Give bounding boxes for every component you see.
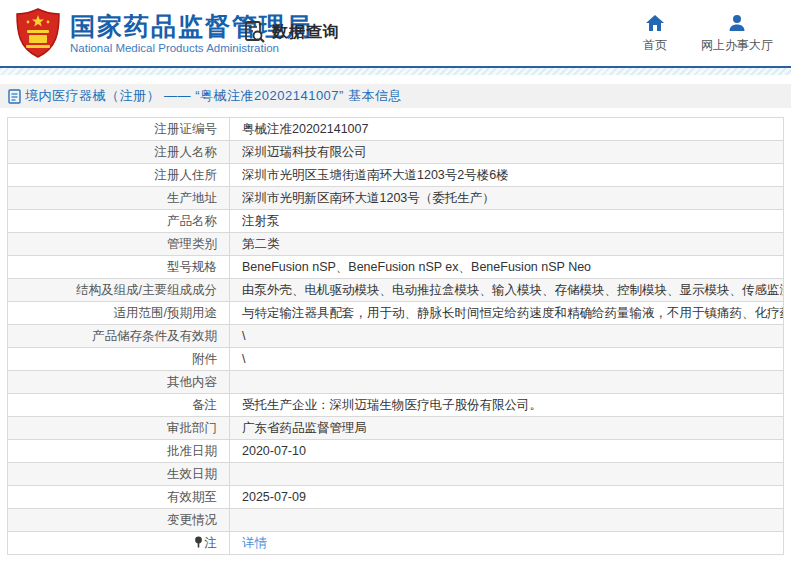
table-row: 注册人名称 深圳迈瑞科技有限公司 (8, 141, 784, 164)
row-value: 2025-07-09 (230, 486, 784, 509)
row-label: 注册人住所 (8, 164, 230, 187)
table-row: 备注 受托生产企业：深圳迈瑞生物医疗电子股份有限公司。 (8, 394, 784, 417)
nav-home-label: 首页 (643, 37, 667, 54)
header-hatch-band (0, 68, 791, 75)
national-emblem-logo (16, 8, 60, 58)
row-value: BeneFusion nSP、BeneFusion nSP ex、BeneFus… (230, 256, 784, 279)
row-label: 适用范围/预期用途 (8, 302, 230, 325)
nav-data-query-label: 数据查询 (272, 22, 340, 43)
row-label: 注 (8, 532, 230, 555)
row-value (230, 371, 784, 394)
row-value: \ (230, 348, 784, 371)
row-label: 备注 (8, 394, 230, 417)
row-label: 结构及组成/主要组成成分 (8, 279, 230, 302)
page: 国家药品监督管理局 National Medical Products Admi… (0, 0, 791, 555)
row-label: 审批部门 (8, 417, 230, 440)
row-value: 受托生产企业：深圳迈瑞生物医疗电子股份有限公司。 (230, 394, 784, 417)
page-title-bar: 境内医疗器械（注册） —— “粤械注准20202141007” 基本信息 (0, 84, 791, 108)
row-value (230, 509, 784, 532)
row-value: 与特定输注器具配套，用于动、静脉长时间恒定给药速度和精确给药量输液，不用于镇痛药… (230, 302, 784, 325)
info-table: 注册证编号 粤械注准20202141007 注册人名称 深圳迈瑞科技有限公司 注… (7, 117, 784, 555)
nav-service-hall[interactable]: 网上办事大厅 (701, 14, 773, 54)
table-row: 适用范围/预期用途 与特定输注器具配套，用于动、静脉长时间恒定给药速度和精确给药… (8, 302, 784, 325)
table-row: 产品储存条件及有效期 \ (8, 325, 784, 348)
site-header: 国家药品监督管理局 National Medical Products Admi… (0, 0, 791, 66)
table-row: 管理类别 第二类 (8, 233, 784, 256)
row-label: 附件 (8, 348, 230, 371)
row-label: 注册人名称 (8, 141, 230, 164)
row-value: 注射泵 (230, 210, 784, 233)
table-row: 审批部门 广东省药品监督管理局 (8, 417, 784, 440)
row-label: 管理类别 (8, 233, 230, 256)
nav-data-query[interactable]: 数据查询 (243, 20, 340, 44)
page-title: 境内医疗器械（注册） —— “粤械注准20202141007” 基本信息 (25, 87, 402, 105)
row-label: 批准日期 (8, 440, 230, 463)
row-value: 深圳市光明新区南环大道1203号（委托生产） (230, 187, 784, 210)
document-icon (8, 89, 21, 104)
user-icon (728, 14, 746, 32)
table-row: 有效期至 2025-07-09 (8, 486, 784, 509)
row-label: 型号规格 (8, 256, 230, 279)
row-value: 广东省药品监督管理局 (230, 417, 784, 440)
table-row: 其他内容 (8, 371, 784, 394)
row-label: 其他内容 (8, 371, 230, 394)
note-pin-icon (194, 536, 203, 548)
info-table-body: 注册证编号 粤械注准20202141007 注册人名称 深圳迈瑞科技有限公司 注… (8, 118, 784, 555)
table-row: 注 详情 (8, 532, 784, 555)
nav-home[interactable]: 首页 (643, 14, 667, 54)
row-label: 生产地址 (8, 187, 230, 210)
row-value: 深圳迈瑞科技有限公司 (230, 141, 784, 164)
table-row: 注册证编号 粤械注准20202141007 (8, 118, 784, 141)
row-value: \ (230, 325, 784, 348)
top-links: 首页 网上办事大厅 (609, 14, 773, 54)
detail-link[interactable]: 详情 (242, 536, 267, 550)
row-label: 有效期至 (8, 486, 230, 509)
row-value: 深圳市光明区玉塘街道南环大道1203号2号楼6楼 (230, 164, 784, 187)
table-row: 变更情况 (8, 509, 784, 532)
table-row: 批准日期 2020-07-10 (8, 440, 784, 463)
table-row: 生效日期 (8, 463, 784, 486)
table-row: 生产地址 深圳市光明新区南环大道1203号（委托生产） (8, 187, 784, 210)
table-row: 产品名称 注射泵 (8, 210, 784, 233)
table-row: 型号规格 BeneFusion nSP、BeneFusion nSP ex、Be… (8, 256, 784, 279)
row-value: 由泵外壳、电机驱动模块、电动推拉盒模块、输入模块、存储模块、控制模块、显示模块、… (230, 279, 784, 302)
row-value: 2020-07-10 (230, 440, 784, 463)
table-row: 注册人住所 深圳市光明区玉塘街道南环大道1203号2号楼6楼 (8, 164, 784, 187)
row-value: 第二类 (230, 233, 784, 256)
nav-service-hall-label: 网上办事大厅 (701, 37, 773, 54)
table-row: 附件 \ (8, 348, 784, 371)
row-label: 注册证编号 (8, 118, 230, 141)
row-label: 产品储存条件及有效期 (8, 325, 230, 348)
row-value (230, 463, 784, 486)
home-icon (645, 14, 665, 32)
row-label: 产品名称 (8, 210, 230, 233)
row-value: 粤械注准20202141007 (230, 118, 784, 141)
data-query-icon (243, 20, 267, 44)
row-label: 生效日期 (8, 463, 230, 486)
row-value: 详情 (230, 532, 784, 555)
table-row: 结构及组成/主要组成成分 由泵外壳、电机驱动模块、电动推拉盒模块、输入模块、存储… (8, 279, 784, 302)
row-label: 变更情况 (8, 509, 230, 532)
